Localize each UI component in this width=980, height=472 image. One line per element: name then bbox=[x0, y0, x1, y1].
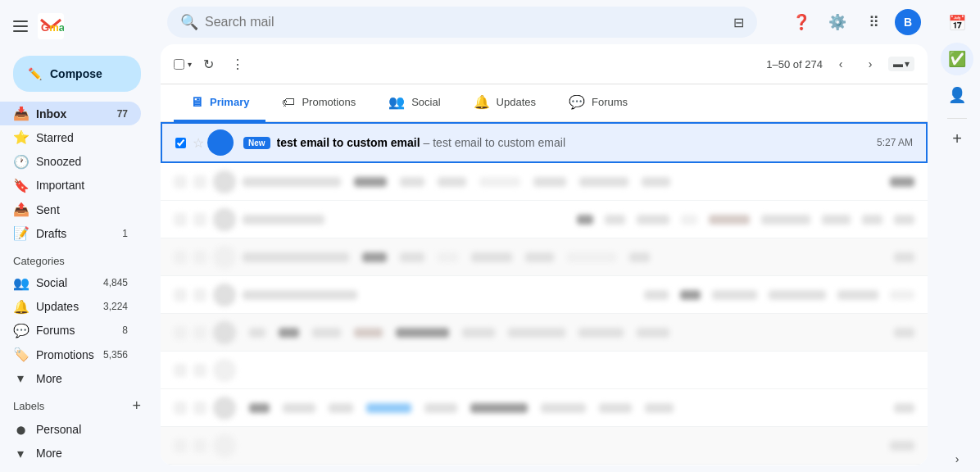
new-badge: New bbox=[243, 137, 270, 149]
email-row-3[interactable] bbox=[161, 201, 928, 238]
email-row-7[interactable] bbox=[161, 352, 928, 389]
gmail-logo: Gmail bbox=[38, 13, 64, 39]
sidebar-item-starred[interactable]: ⭐ Starred bbox=[0, 125, 141, 149]
primary-tab-icon: 🖥 bbox=[190, 95, 203, 110]
sidebar-item-important[interactable]: 🔖 Important bbox=[0, 174, 141, 197]
tasks-panel-icon[interactable]: ✅ bbox=[941, 43, 973, 75]
email-row-9[interactable] bbox=[161, 427, 928, 465]
account-initial: B bbox=[904, 16, 912, 29]
sent-label: Sent bbox=[36, 203, 60, 216]
starred-icon: ⭐ bbox=[13, 129, 28, 145]
updates-label: Updates bbox=[36, 300, 79, 313]
view-chevron-icon: ▾ bbox=[905, 58, 910, 70]
more-options-button[interactable]: ⋮ bbox=[225, 51, 251, 77]
drafts-label: Drafts bbox=[36, 227, 66, 240]
promotions-count: 5,356 bbox=[103, 349, 128, 361]
topbar-right: ❓ ⚙️ ⠿ B bbox=[787, 7, 921, 37]
sidebar: Gmail ✏️ Compose 📥 Inbox 77 ⭐ Starred 🕐 … bbox=[0, 0, 154, 472]
important-icon: 🔖 bbox=[13, 178, 28, 193]
blur-label7 bbox=[642, 177, 670, 187]
sidebar-item-forums[interactable]: 💬 Forums 8 bbox=[0, 319, 141, 343]
sidebar-labels-more-toggle[interactable]: ▾ More bbox=[0, 442, 141, 465]
panel-collapse-button[interactable]: › bbox=[955, 452, 960, 465]
forums-label: Forums bbox=[36, 324, 75, 337]
apps-button[interactable]: ⠿ bbox=[859, 7, 888, 37]
search-input[interactable] bbox=[205, 15, 727, 30]
hamburger-menu-icon[interactable] bbox=[13, 20, 28, 32]
search-filter-icon[interactable]: ⊟ bbox=[733, 15, 744, 30]
social-tab-icon: 👥 bbox=[388, 94, 405, 110]
snoozed-label: Snoozed bbox=[36, 155, 81, 168]
email-subject-main-1: test email to custom email bbox=[277, 136, 420, 149]
blur-label6 bbox=[579, 177, 628, 187]
help-button[interactable]: ❓ bbox=[787, 7, 816, 37]
sidebar-more-toggle[interactable]: ▾ More bbox=[0, 366, 141, 390]
important-label: Important bbox=[36, 179, 84, 192]
sidebar-item-snoozed[interactable]: 🕐 Snoozed bbox=[0, 149, 141, 173]
email-row-8[interactable] bbox=[161, 389, 928, 427]
account-avatar[interactable]: B bbox=[895, 9, 921, 35]
blur-label4 bbox=[479, 177, 520, 187]
tab-social[interactable]: 👥 Social bbox=[372, 84, 456, 122]
select-all-checkbox[interactable] bbox=[174, 59, 184, 70]
contacts-panel-icon[interactable]: 👤 bbox=[941, 79, 973, 111]
tab-updates[interactable]: 🔔 Updates bbox=[457, 84, 552, 122]
view-icon: ▬ bbox=[893, 58, 903, 70]
sidebar-header: Gmail bbox=[0, 7, 154, 46]
topbar: 🔍 ⊟ ❓ ⚙️ ⠿ B bbox=[154, 0, 934, 44]
sidebar-item-promotions[interactable]: 🏷️ Promotions 5,356 bbox=[0, 343, 141, 366]
email-row-5[interactable] bbox=[161, 276, 928, 314]
social-tab-label: Social bbox=[411, 96, 440, 108]
promotions-icon: 🏷️ bbox=[13, 347, 28, 362]
forums-tab-label: Forums bbox=[592, 96, 628, 108]
personal-label: Personal bbox=[36, 423, 81, 436]
drafts-icon: 📝 bbox=[13, 225, 28, 241]
primary-tab-label: Primary bbox=[210, 96, 249, 108]
view-toggle-button[interactable]: ▬ ▾ bbox=[888, 57, 914, 71]
email-row-6[interactable] bbox=[161, 314, 928, 352]
calendar-panel-icon[interactable]: 📅 bbox=[941, 7, 973, 39]
add-label-button[interactable]: + bbox=[132, 397, 141, 415]
sidebar-item-drafts[interactable]: 📝 Drafts 1 bbox=[0, 221, 141, 245]
sidebar-item-personal[interactable]: ⬤ Personal bbox=[0, 418, 141, 442]
panel-divider bbox=[947, 118, 967, 119]
blur-avatar bbox=[213, 170, 236, 193]
next-page-button[interactable]: › bbox=[859, 52, 882, 75]
email-tabs: 🖥 Primary 🏷 Promotions 👥 Social 🔔 Update… bbox=[161, 84, 928, 122]
personal-label-icon: ⬤ bbox=[13, 425, 28, 434]
prev-page-button[interactable]: ‹ bbox=[829, 52, 852, 75]
labels-more-chevron-icon: ▾ bbox=[13, 446, 28, 461]
tab-forums[interactable]: 💬 Forums bbox=[552, 84, 644, 122]
email-checkbox-1[interactable] bbox=[175, 138, 186, 148]
sidebar-item-sent[interactable]: 📤 Sent bbox=[0, 197, 141, 221]
main-area: 🔍 ⊟ ❓ ⚙️ ⠿ B ▾ ↻ ⋮ 1–50 of 274 ‹ › ▬ bbox=[154, 0, 934, 472]
labels-section: Labels + bbox=[0, 394, 154, 418]
social-label: Social bbox=[36, 276, 67, 289]
settings-button[interactable]: ⚙️ bbox=[823, 7, 852, 37]
email-row-4[interactable] bbox=[161, 238, 928, 276]
sidebar-item-updates[interactable]: 🔔 Updates 3,224 bbox=[0, 295, 141, 319]
compose-button[interactable]: ✏️ Compose bbox=[13, 56, 141, 92]
promotions-tab-icon: 🏷 bbox=[282, 95, 295, 110]
sidebar-item-inbox[interactable]: 📥 Inbox 77 bbox=[0, 102, 141, 125]
updates-count: 3,224 bbox=[103, 301, 128, 312]
sidebar-item-social[interactable]: 👥 Social 4,845 bbox=[0, 270, 141, 294]
email-subject-preview-1: – test email to custom email bbox=[424, 136, 566, 149]
email-row-first[interactable]: ☆ New test email to custom email – test … bbox=[161, 122, 928, 163]
tab-promotions[interactable]: 🏷 Promotions bbox=[265, 84, 372, 122]
updates-tab-icon: 🔔 bbox=[474, 94, 490, 110]
add-panel-button[interactable]: + bbox=[944, 125, 970, 152]
labels-label: Labels bbox=[13, 400, 44, 412]
email-star-1[interactable]: ☆ bbox=[193, 135, 204, 151]
starred-label: Starred bbox=[36, 131, 74, 144]
email-list: ☆ New test email to custom email – test … bbox=[161, 122, 928, 465]
tab-primary[interactable]: 🖥 Primary bbox=[174, 84, 265, 122]
inbox-icon: 📥 bbox=[13, 106, 28, 121]
search-bar: 🔍 ⊟ bbox=[167, 7, 757, 38]
promotions-tab-label: Promotions bbox=[302, 96, 356, 108]
search-icon: 🔍 bbox=[180, 13, 198, 31]
drafts-count: 1 bbox=[122, 228, 128, 239]
email-row-2[interactable] bbox=[161, 163, 928, 201]
select-dropdown-arrow[interactable]: ▾ bbox=[188, 60, 192, 69]
refresh-button[interactable]: ↻ bbox=[195, 51, 221, 77]
